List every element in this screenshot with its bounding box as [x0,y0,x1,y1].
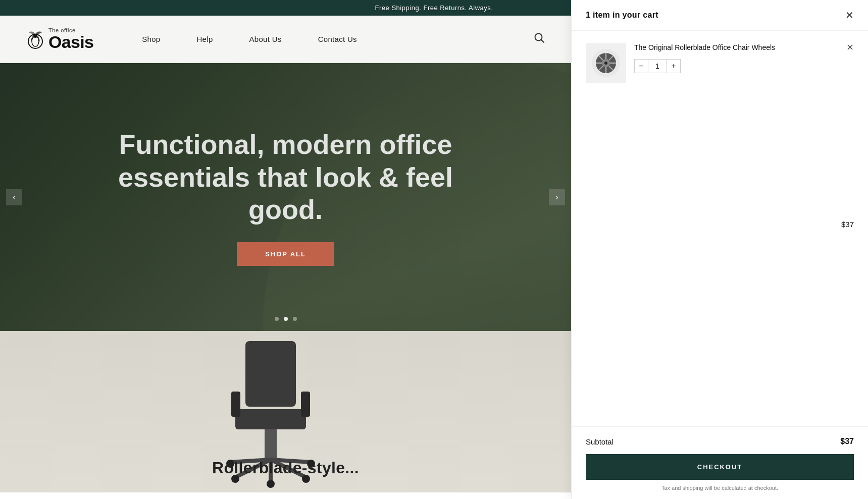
hero-prev-button[interactable]: ‹ [6,189,22,205]
cart-item-wheel-icon [588,45,624,81]
nav-help[interactable]: Help [178,16,231,63]
qty-decrease-button[interactable]: − [634,59,648,73]
search-button[interactable] [532,30,547,48]
subtotal-label: Subtotal [586,437,614,446]
tax-note: Tax and shipping will be calculated at c… [586,485,854,491]
shop-all-button[interactable]: SHOP ALL [237,242,334,266]
svg-point-2 [33,34,37,38]
cart-sidebar: 1 item in your cart ✕ [571,0,868,492]
cart-close-button[interactable]: ✕ [845,10,854,20]
logo-icon [24,28,46,50]
hero-dot-2[interactable] [284,317,288,321]
hero-dot-3[interactable] [293,317,297,321]
cart-item-image [586,43,626,83]
nav-links: Shop Help About Us Contact Us [124,16,532,63]
main-layout: The office Oasis Shop Help About Us Cont… [0,16,868,492]
nav-about[interactable]: About Us [231,16,300,63]
hero-next-button[interactable]: › [549,189,565,205]
page-content: The office Oasis Shop Help About Us Cont… [0,16,571,492]
cart-item-qty-row: − 1 + [634,59,854,73]
cart-footer: Subtotal $37 CHECKOUT Tax and shipping w… [572,426,868,492]
cart-header: 1 item in your cart ✕ [572,0,868,31]
svg-rect-4 [245,341,296,407]
hero-section: Functional, modern office essentials tha… [0,63,571,331]
svg-point-14 [267,480,275,488]
announcement-text: Free Shipping. Free Returns. Always. [375,4,493,12]
cart-item-name: The Original Rollerblade Office Chair Wh… [634,43,854,53]
cart-item-remove-button[interactable]: ✕ [846,43,854,52]
nav-contact[interactable]: Contact Us [300,16,375,63]
checkout-button[interactable]: CHECKOUT [586,454,854,480]
hero-dots [275,317,297,321]
svg-rect-17 [231,392,240,417]
cart-title: 1 item in your cart [586,11,658,20]
nav-shop[interactable]: Shop [124,16,178,63]
below-hero-title: Rollerblade-style... [212,459,359,477]
subtotal-row: Subtotal $37 [586,437,854,446]
site-header: The office Oasis Shop Help About Us Cont… [0,16,571,63]
header-actions [532,30,547,48]
hero-title: Functional, modern office essentials tha… [109,128,463,226]
svg-point-22 [604,62,607,65]
cart-item-details: The Original Rollerblade Office Chair Wh… [634,43,854,73]
cart-spacer [572,241,868,426]
search-icon [534,32,545,43]
logo-text: The office Oasis [48,28,93,50]
logo-link[interactable]: The office Oasis [24,28,93,50]
below-hero-section: Rollerblade-style... [0,331,571,492]
cart-item-qty: 1 [648,59,667,73]
qty-increase-button[interactable]: + [667,59,681,73]
subtotal-value: $37 [840,437,854,446]
hero-content: Functional, modern office essentials tha… [0,63,571,331]
logo-oasis: Oasis [48,33,93,50]
hero-dot-1[interactable] [275,317,279,321]
svg-rect-6 [265,429,277,460]
svg-rect-18 [301,392,310,417]
cart-item-price: $37 [841,220,854,229]
svg-rect-5 [235,409,306,429]
